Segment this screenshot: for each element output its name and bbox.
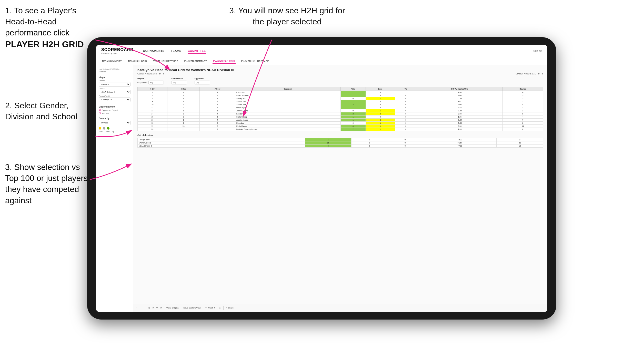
filter-region: Region Opponents: (All)	[137, 78, 164, 85]
bottom-toolbar: ↩ ← → ⊞ ✕ ↺ ⏱ View: Original Save Custom…	[133, 304, 547, 312]
page-wrapper: 1. To see a Player's Head-to-Head perfor…	[0, 0, 644, 347]
tablet-screen: SCOREBOARD Powered by clippd TOURNAMENTS…	[96, 45, 547, 312]
toolbar-undo[interactable]: ↩	[136, 307, 138, 309]
nav-tournaments[interactable]: TOURNAMENTS	[141, 48, 165, 54]
panel-subtitle: Overall Record: 353 - 34 - 6 Division Re…	[137, 72, 543, 75]
sidebar: Last Updated: 27/03/2024 16:55:38 Player…	[96, 65, 133, 312]
toolbar-back[interactable]: ←	[140, 307, 142, 309]
table-row: 1822 Euna Lee 0 1 0 -5.00 2	[138, 122, 543, 125]
radio-opponents-played[interactable]: Opponents Played	[99, 109, 130, 111]
sidebar-division-label: Division	[99, 88, 130, 89]
colour-dot-level	[103, 127, 105, 130]
th-diff: Diff Av Strokes/Rnd	[417, 87, 502, 91]
th-rounds: Rounds	[502, 87, 543, 91]
table-body: 311 Esther Lee 1 0 1 1.50 4 522 Alexis S…	[138, 91, 543, 131]
sidebar-gender-select[interactable]: Women's Men's	[99, 82, 130, 86]
toolbar-grid[interactable]: ⊞	[148, 307, 150, 309]
instruction-step2: 2. Select Gender, Division and School	[5, 100, 90, 122]
out-of-division-title: Out of division	[137, 134, 543, 137]
toolbar-timer[interactable]: ⏱	[160, 307, 162, 309]
th-conf: # Conf	[200, 87, 235, 91]
toolbar-forward[interactable]: →	[144, 307, 146, 309]
opponent-view-title: Opponent view	[99, 105, 130, 108]
toolbar-view-original[interactable]: View: Original	[166, 307, 179, 309]
instruction-step3-left: 3. Show selection vs Top 100 or just pla…	[5, 162, 92, 206]
filter-opponents-label: Opponents: (All)	[137, 81, 164, 84]
filter-conference-select[interactable]: (All)	[172, 81, 187, 84]
table-row: Foreign Team 1 0 0 4.500 2	[138, 138, 543, 141]
sidebar-player-select[interactable]: 8. Katelyn Vo	[99, 98, 130, 102]
nav-teams[interactable]: TEAMS	[171, 48, 181, 54]
filter-region-title: Region	[137, 78, 164, 80]
toolbar-divider-1	[164, 306, 164, 310]
sub-nav-player-heatmap[interactable]: PLAYER H2H HEATMAP	[241, 59, 269, 63]
toolbar-watch[interactable]: 👁 Watch ▾	[205, 307, 215, 309]
h2h-table: # Div # Reg # Conf Opponent Win Loss Tie…	[137, 87, 543, 131]
th-tie: Tie	[395, 87, 417, 91]
colour-by-section: Colour by Win/loss Down Level Up	[99, 117, 130, 132]
instruction-step1: 1. To see a Player's Head-to-Head perfor…	[5, 5, 100, 50]
colour-label-up: Up	[112, 131, 114, 132]
th-reg: # Reg	[167, 87, 199, 91]
sub-nav-team-heatmap[interactable]: TEAM H2H HEATMAP	[153, 59, 179, 63]
radio-top100[interactable]: Top 100	[99, 112, 130, 114]
radio-dot-top100	[99, 112, 101, 114]
sub-nav-team-h2h[interactable]: TEAM H2H GRID	[127, 59, 148, 63]
filter-conference-title: Conference	[172, 78, 187, 80]
colour-by-label: Colour by	[99, 117, 130, 120]
overall-record: Overall Record: 353 - 34 - 6	[137, 72, 164, 75]
logo-sub: Powered by clippd	[101, 52, 134, 54]
sidebar-player-section: Player	[99, 76, 130, 79]
nav-committee[interactable]: COMMITTEE	[188, 48, 206, 54]
main-content: Last Updated: 27/03/2024 16:55:38 Player…	[96, 65, 547, 312]
toolbar-divider-2	[181, 306, 181, 310]
logo-text: SCOREBOARD	[101, 47, 134, 52]
table-row: 1585 Stella Cheng 1 0 0 1.25 4	[138, 115, 543, 119]
logo-area: SCOREBOARD Powered by clippd	[101, 47, 134, 54]
colour-dot-down	[99, 127, 101, 130]
filter-section: Region Opponents: (All) Conference	[137, 78, 543, 85]
toolbar-share[interactable]: ↗ Share	[226, 307, 234, 309]
table-row: 633 Sydney Kuo 0 1 0 -1.00 3	[138, 97, 543, 100]
division-record: Division Record: 331 - 34 - 6	[516, 72, 543, 75]
sign-out-btn[interactable]: Sign out	[533, 50, 542, 52]
table-row: NAIA Division 1 15 0 0 9.267 30	[138, 141, 543, 144]
th-win: Win	[340, 87, 366, 91]
toolbar-close[interactable]: ✕	[152, 307, 154, 309]
colour-by-select[interactable]: Win/loss	[99, 121, 130, 125]
toolbar-save-view[interactable]: Save Custom View	[183, 307, 200, 309]
sub-nav-player-summary[interactable]: PLAYER SUMMARY	[184, 59, 208, 63]
toolbar-refresh[interactable]: ↺	[156, 307, 158, 309]
toolbar-divider-4	[217, 306, 217, 310]
instruction-step3-right: 3. You will now see H2H grid for the pla…	[223, 5, 351, 27]
table-row: 1634 Jessica Mason 1 2 0 -0.94 7	[138, 119, 543, 122]
main-nav: TOURNAMENTS TEAMS COMMITTEE	[141, 48, 533, 54]
sub-nav-player-h2h[interactable]: PLAYER H2H GRID	[213, 59, 236, 64]
filter-opponent: Opponent (All)	[195, 78, 210, 85]
sub-nav-team-summary[interactable]: TEAM SUMMARY	[101, 59, 122, 63]
table-row: 1474 Eunice Yi 2 2 0 0.38 9	[138, 112, 543, 115]
filter-row: Region Opponents: (All) Conference	[137, 78, 543, 85]
filter-opponent-title: Opponent	[195, 78, 210, 80]
toolbar-layout[interactable]: ⬚	[219, 307, 221, 309]
sidebar-division-select[interactable]: NCAA Division III NCAA Division I NCAA D…	[99, 90, 130, 94]
table-row: 914 Sharon Mun 1 0 0 3.67 3	[138, 100, 543, 103]
filter-opponents-select[interactable]: (All)	[148, 81, 164, 84]
colour-label-down: Down	[99, 131, 103, 132]
table-row: 20117 Federica Domecq Lacroze 2 1 0 1.33…	[138, 128, 543, 131]
ood-table-body: Foreign Team 1 0 0 4.500 2 NAIA Division…	[138, 138, 543, 148]
filter-opponent-select[interactable]: (All)	[195, 81, 210, 84]
sidebar-player-rank-label: Player (Rank)	[99, 95, 130, 97]
table-row: 1063 Andrea York 2 0 0 4.00 4	[138, 103, 543, 106]
out-of-division-table: Foreign Team 1 0 0 4.500 2 NAIA Division…	[137, 138, 543, 148]
radio-dot-opponents	[99, 109, 101, 111]
colour-label-level: Level	[106, 131, 110, 132]
th-div: # Div	[138, 87, 167, 91]
toolbar-divider-5	[223, 306, 224, 310]
colour-dot-up	[107, 127, 109, 130]
sub-nav: TEAM SUMMARY TEAM H2H GRID TEAM H2H HEAT…	[96, 57, 547, 65]
table-row: 1125 Heejo Hyun 1 0 0 3.33 3	[138, 106, 543, 109]
filter-conference: Conference (All)	[172, 78, 187, 85]
th-opponent: Opponent	[235, 87, 340, 91]
table-header-row: # Div # Reg # Conf Opponent Win Loss Tie…	[138, 87, 543, 91]
